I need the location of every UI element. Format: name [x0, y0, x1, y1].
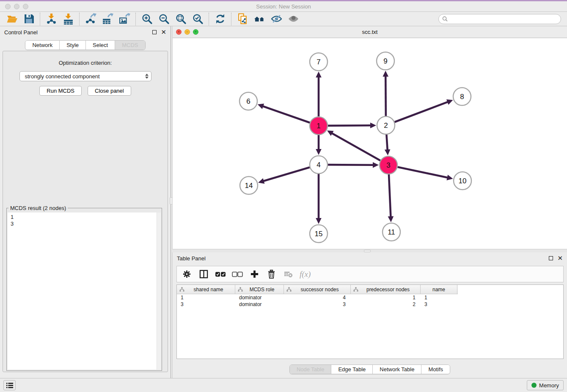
cell-shared-name[interactable]: 3: [177, 301, 235, 307]
search-field[interactable]: [438, 14, 561, 24]
show-all-icon[interactable]: [285, 13, 302, 25]
column-header-predecessor-nodes[interactable]: predecessor nodes: [351, 285, 421, 294]
close-panel-icon[interactable]: ✕: [161, 30, 166, 34]
table-row[interactable]: 1dominator411: [177, 294, 563, 301]
mcds-result-group: MCDS result (2 nodes) 13: [6, 208, 162, 371]
table-settings-gear-icon[interactable]: [181, 269, 192, 280]
cell-name[interactable]: 1: [421, 295, 457, 301]
zoom-in-icon[interactable]: [138, 13, 155, 25]
toolbar-separator: [40, 13, 40, 25]
tab-node-table[interactable]: Node Table: [290, 365, 332, 374]
memory-button[interactable]: Memory: [527, 380, 564, 390]
edge-1-6[interactable]: [262, 106, 310, 123]
tab-style[interactable]: Style: [60, 41, 86, 50]
mcds-result-textarea[interactable]: 13: [8, 213, 161, 370]
mcds-result-title: MCDS result (2 nodes): [8, 205, 68, 211]
node-table[interactable]: shared nameMCDS rolesuccessor nodesprede…: [176, 284, 564, 359]
edge-arrowhead: [370, 122, 376, 128]
zoom-fit-icon[interactable]: [172, 13, 189, 25]
save-session-icon[interactable]: [20, 13, 37, 25]
search-icon: [442, 16, 448, 22]
tab-mcds[interactable]: MCDS: [115, 41, 145, 50]
toolbar-separator: [79, 13, 80, 25]
delete-columns-trash-icon[interactable]: [266, 269, 277, 280]
column-header-successor-nodes[interactable]: successor nodes: [284, 285, 351, 294]
cell-predecessor-nodes[interactable]: 2: [351, 301, 421, 307]
refresh-layout-icon[interactable]: [212, 13, 228, 25]
edge-2-8[interactable]: [395, 102, 449, 122]
network-canvas[interactable]: 7968124314101511: [173, 38, 567, 248]
show-column-panel-icon[interactable]: [198, 269, 209, 280]
column-header-MCDS-role[interactable]: MCDS role: [235, 285, 284, 294]
edge-arrowhead: [373, 162, 379, 168]
edge-arrowhead: [385, 149, 391, 155]
edge-2-3[interactable]: [386, 135, 387, 150]
task-history-list-icon[interactable]: [3, 380, 16, 390]
cell-successor-nodes[interactable]: 4: [284, 295, 351, 301]
app-titlebar: Session: New Session: [0, 1, 567, 12]
search-input[interactable]: [450, 16, 557, 22]
hide-selected-icon[interactable]: [268, 13, 285, 25]
graph-node-label: 8: [460, 93, 464, 101]
edge-1-2[interactable]: [328, 125, 371, 126]
cell-MCDS-role[interactable]: dominator: [235, 301, 284, 307]
result-scrollbar[interactable]: [157, 213, 161, 370]
horizontal-splitter[interactable]: [172, 249, 567, 252]
edge-3-10[interactable]: [398, 167, 448, 178]
export-table-icon[interactable]: [99, 13, 116, 25]
import-network-icon[interactable]: [43, 13, 60, 25]
zoom-out-icon[interactable]: [155, 13, 172, 25]
table-panel-header: Table Panel ✕: [173, 252, 567, 264]
cell-MCDS-role[interactable]: dominator: [235, 295, 284, 301]
unselect-all-columns-icon[interactable]: [232, 269, 243, 280]
edge-4-3[interactable]: [328, 165, 374, 165]
tab-select[interactable]: Select: [86, 41, 115, 50]
edge-arrowhead: [383, 71, 388, 77]
table-row[interactable]: 3dominator323: [177, 301, 563, 308]
cell-predecessor-nodes[interactable]: 1: [351, 295, 421, 301]
edge-arrowhead: [258, 104, 264, 109]
export-image-icon[interactable]: [116, 13, 133, 25]
first-neighbors-icon[interactable]: [251, 13, 268, 25]
edge-2-9[interactable]: [385, 76, 386, 116]
mcds-panel: Optimization criterion: strongly connect…: [3, 51, 168, 372]
cell-successor-nodes[interactable]: 3: [284, 301, 351, 307]
close-table-panel-icon[interactable]: ✕: [557, 256, 563, 260]
table-header-row: shared nameMCDS rolesuccessor nodesprede…: [177, 285, 458, 294]
function-builder-fx-icon[interactable]: f(x): [300, 270, 311, 279]
tab-network[interactable]: Network: [25, 41, 60, 50]
open-session-icon[interactable]: [3, 13, 20, 25]
tab-network-table[interactable]: Network Table: [373, 365, 421, 374]
column-type-icon: [179, 287, 184, 292]
edge-arrowhead: [316, 218, 322, 224]
column-header-name[interactable]: name: [421, 285, 457, 294]
zoom-selected-icon[interactable]: [189, 13, 206, 25]
select-stepper-icon: [145, 74, 149, 79]
control-panel: Control Panel ✕ NetworkStyleSelectMCDS O…: [0, 26, 171, 378]
float-table-panel-icon[interactable]: [549, 256, 553, 260]
table-panel-title: Table Panel: [177, 255, 206, 262]
edge-3-11[interactable]: [389, 174, 391, 217]
memory-status-icon: [531, 383, 537, 388]
duplicate-network-icon[interactable]: [234, 13, 251, 25]
tab-edge-table[interactable]: Edge Table: [331, 365, 373, 374]
select-all-columns-icon[interactable]: [215, 269, 226, 280]
edge-3-1[interactable]: [331, 133, 380, 160]
float-panel-icon[interactable]: [152, 30, 157, 34]
cell-shared-name[interactable]: 1: [177, 295, 235, 301]
run-mcds-button[interactable]: Run MCDS: [39, 86, 82, 96]
tab-motifs[interactable]: Motifs: [421, 365, 450, 374]
edge-4-14[interactable]: [263, 167, 310, 181]
import-table-icon[interactable]: [60, 13, 77, 25]
graph-node-label: 1: [317, 122, 320, 130]
close-panel-button[interactable]: Close panel: [88, 86, 131, 96]
column-header-shared-name[interactable]: shared name: [177, 285, 235, 294]
export-network-icon[interactable]: [82, 13, 99, 25]
delete-table-icon[interactable]: [283, 269, 294, 280]
graph-node-label: 15: [315, 230, 323, 238]
create-column-plus-icon[interactable]: [249, 269, 260, 280]
cell-name[interactable]: 3: [421, 301, 457, 307]
mcds-result-line: 3: [8, 221, 161, 227]
network-graph[interactable]: 7968124314101511: [173, 38, 567, 248]
optimization-criterion-select[interactable]: strongly connected component: [19, 71, 151, 81]
